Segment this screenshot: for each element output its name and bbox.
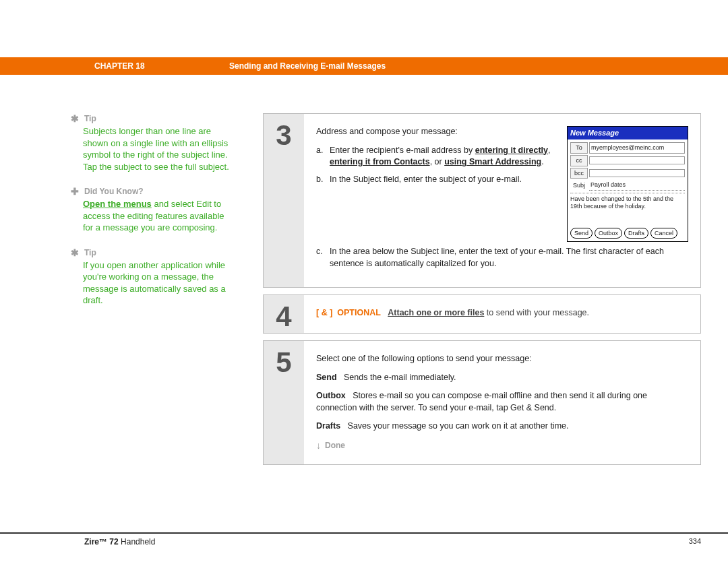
dyk-label: Did You Know? <box>84 187 144 196</box>
step5-lead: Select one of the following options to s… <box>316 353 688 365</box>
step-number: 5 <box>264 341 304 464</box>
step3-item-c: c. In the area below the Subject line, e… <box>316 246 688 270</box>
plus-icon <box>71 186 80 197</box>
step-4: 4 [ & ] OPTIONAL Attach one or more file… <box>263 294 701 334</box>
option-drafts: Drafts Saves your message so you can wor… <box>316 420 688 433</box>
product-name: Zire™ 72 Handheld <box>84 537 155 547</box>
tip-text: If you open another application while yo… <box>83 259 231 307</box>
page-number: 334 <box>689 537 701 547</box>
tip-label: Tip <box>84 248 96 257</box>
dyk-text: Open the menus and select Edit to access… <box>83 198 231 234</box>
chapter-title: Sending and Receiving E-mail Messages <box>229 61 386 71</box>
option-send: Send Sends the e-mail immediately. <box>316 372 688 384</box>
done-marker: Done <box>316 439 688 453</box>
optional-rest: to send with your message. <box>484 308 589 317</box>
sidebar: Tip Subjects longer than one line are sh… <box>83 113 231 320</box>
step-number: 4 <box>264 295 304 333</box>
option-outbox: Outbox Stores e-mail so you can compose … <box>316 390 688 414</box>
did-you-know: Did You Know? Open the menus and select … <box>83 186 231 234</box>
device-send-button: Send <box>570 228 593 239</box>
device-body-text: Have been changed to the 5th and the 19t… <box>570 193 685 225</box>
bcc-label: bcc <box>570 168 588 179</box>
device-screenshot: New Message Tomyemployees@meinc.com cc b… <box>567 126 688 242</box>
cc-value <box>589 156 685 164</box>
arrow-down-icon <box>316 439 321 453</box>
device-drafts-button: Drafts <box>624 228 648 239</box>
tip-label: Tip <box>84 114 96 123</box>
asterisk-icon <box>71 113 80 124</box>
optional-label: OPTIONAL <box>337 308 381 317</box>
step-number: 3 <box>264 114 304 287</box>
device-outbox-button: Outbox <box>595 228 622 239</box>
subj-value: Payroll dates <box>589 180 685 191</box>
bcc-value <box>589 169 685 177</box>
chapter-label: CHAPTER 18 <box>94 61 229 71</box>
smart-addressing-link[interactable]: using Smart Addressing <box>444 157 541 166</box>
entering-from-contacts-link[interactable]: entering it from Contacts <box>330 157 430 166</box>
footer: Zire™ 72 Handheld 334 <box>0 532 728 547</box>
step3-item-a: a. Enter the recipient's e-mail address … <box>316 145 556 168</box>
optional-bracket: [ & ] <box>316 308 332 317</box>
asterisk-icon <box>71 247 80 258</box>
subj-label: Subj <box>570 181 588 191</box>
step-5: 5 Select one of the following options to… <box>263 340 701 465</box>
to-label: To <box>570 142 588 154</box>
device-title: New Message <box>568 127 688 139</box>
tip-2: Tip If you open another application whil… <box>83 247 231 307</box>
to-value: myemployees@meinc.com <box>589 142 685 154</box>
entering-directly-link[interactable]: entering it directly <box>475 146 548 155</box>
attach-files-link[interactable]: Attach one or more files <box>388 308 484 317</box>
device-cancel-button: Cancel <box>650 228 677 239</box>
step3-lead: Address and compose your message: <box>316 126 556 138</box>
tip-1: Tip Subjects longer than one line are sh… <box>83 113 231 173</box>
chapter-header: CHAPTER 18 Sending and Receiving E-mail … <box>0 57 728 75</box>
main-content: 3 Address and compose your message: a. E… <box>263 113 701 472</box>
step-3: 3 Address and compose your message: a. E… <box>263 113 701 288</box>
tip-text: Subjects longer than one line are shown … <box>83 125 231 173</box>
open-menus-link[interactable]: Open the menus <box>83 199 152 209</box>
cc-label: cc <box>570 155 588 166</box>
step3-item-b: b. In the Subject field, enter the subje… <box>316 174 556 186</box>
